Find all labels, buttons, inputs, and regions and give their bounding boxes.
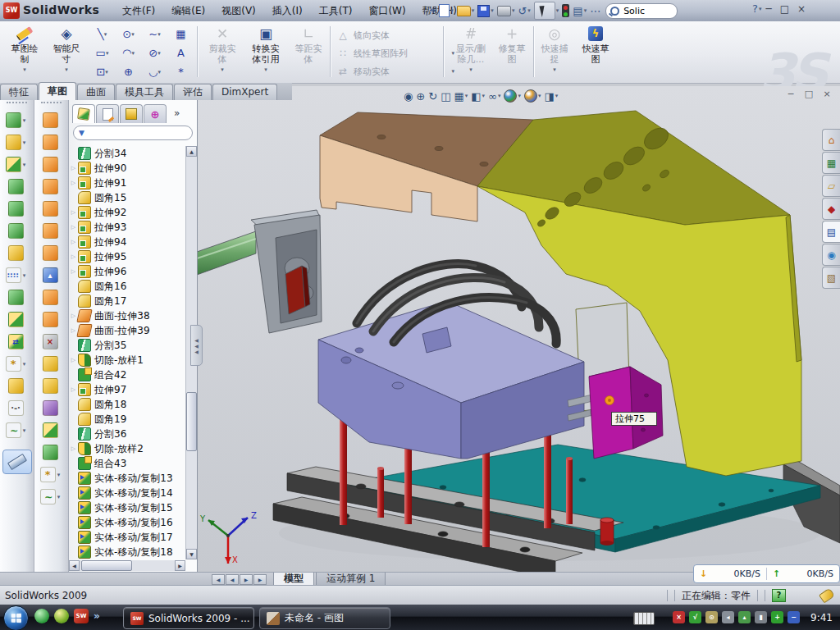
planar-surface-button[interactable]	[34, 242, 66, 264]
edit-appearance-icon[interactable]: ◨▾	[544, 90, 558, 103]
red-cylinder[interactable]	[600, 518, 614, 546]
knit-surface-button[interactable]	[34, 419, 66, 441]
pushpin-icon[interactable]: ⌖	[429, 2, 436, 20]
tree-item[interactable]: ▷拉伸92	[69, 205, 185, 220]
offset-entities-button[interactable]: ∟等距实体	[290, 24, 326, 80]
swept-boss-button[interactable]	[0, 176, 31, 198]
tree-item[interactable]: ▷曲面-拉伸39	[69, 323, 185, 338]
circle-icon[interactable]: ⊙▾	[116, 25, 140, 43]
move-entities-button[interactable]: ⇄移动实体▾	[336, 63, 459, 80]
thicken-button[interactable]	[34, 441, 66, 463]
file-explorer-tab[interactable]: ▤	[822, 221, 840, 243]
traffic-light-icon[interactable]	[561, 2, 570, 20]
smart-dimension-button[interactable]: ◈智能尺寸▾	[48, 24, 85, 80]
zoom-area-icon[interactable]: ⊕	[416, 90, 425, 103]
offset-surface-button[interactable]	[34, 286, 66, 308]
sketch-button[interactable]: 草图绘制▾	[5, 24, 44, 80]
menu-item-1[interactable]: 编辑(E)	[164, 2, 212, 21]
revolved-surface-button[interactable]	[34, 131, 66, 153]
tree-item[interactable]: ▷拉伸93	[69, 220, 185, 235]
boundary-boss-button[interactable]	[0, 220, 31, 242]
model-3d[interactable]: Y Z X	[197, 86, 840, 572]
tab-DimXpert[interactable]: DimXpert	[212, 84, 277, 100]
menu-item-5[interactable]: 窗口(W)	[361, 2, 413, 21]
boundary-surface-button[interactable]	[34, 176, 66, 198]
fillet-button[interactable]: ▾	[0, 153, 31, 176]
custom-properties-tab[interactable]: ▧	[822, 267, 840, 289]
help-button[interactable]: ?	[752, 2, 758, 15]
rotate-view-icon[interactable]: ↻	[428, 90, 437, 103]
launch-messenger-icon[interactable]	[34, 609, 49, 623]
plane-button[interactable]	[0, 375, 31, 397]
polygon-icon[interactable]: ⊕	[116, 63, 140, 80]
tab-特征[interactable]: 特征	[0, 84, 38, 100]
tree-item[interactable]: ▷切除-放样1	[69, 353, 185, 368]
section-view-icon[interactable]: ◫	[441, 90, 450, 103]
tree-item[interactable]: 圆角15	[69, 190, 185, 205]
network-tray-icon[interactable]: ▮	[755, 611, 767, 623]
design-checker-icon[interactable]: ▤▾	[572, 2, 587, 20]
rectangle-icon[interactable]: ▭▾	[90, 44, 114, 62]
quick-tips-button[interactable]: ?	[772, 589, 786, 602]
tree-item[interactable]: ▷拉伸96	[69, 264, 185, 279]
reference-geometry-button[interactable]: *▾	[34, 463, 66, 486]
sketch-feature-button[interactable]	[0, 242, 31, 264]
shield-tray-icon[interactable]: √	[689, 611, 701, 623]
display-delete-relations-button-dropdown-icon[interactable]: ▾	[469, 66, 472, 73]
antivirus-tray-icon[interactable]: ×	[673, 611, 685, 623]
doc-close-button[interactable]: ×	[820, 89, 833, 99]
search-box[interactable]	[605, 3, 678, 19]
sheet-nav-1[interactable]: ◀	[226, 574, 239, 585]
tree-item[interactable]: 实体-移动/复制18	[69, 545, 185, 559]
move-copy-body-button[interactable]: ⇄	[0, 331, 31, 353]
tree-item[interactable]: 圆角18	[69, 397, 185, 412]
tree-item[interactable]: ▷拉伸90	[69, 161, 185, 176]
tree-item[interactable]: ▷曲面-拉伸38	[69, 308, 185, 323]
tree-item[interactable]: 分割36	[69, 427, 185, 441]
menu-item-0[interactable]: 文件(F)	[115, 2, 162, 21]
keyboard-layout-icon[interactable]	[633, 612, 655, 625]
axis-button[interactable]: ·-·	[0, 397, 31, 419]
sketch-text-icon[interactable]: A	[169, 44, 193, 62]
hide-show-items-icon[interactable]: ∞▾	[488, 90, 500, 103]
print-icon[interactable]: ▾	[496, 2, 516, 20]
select-icon[interactable]: ▾	[533, 2, 560, 20]
quick-launch-overflow[interactable]: »	[94, 610, 100, 622]
tree-item[interactable]: 圆角19	[69, 412, 185, 427]
property-manager-tab[interactable]	[96, 104, 119, 123]
tab-草图[interactable]: 草图	[39, 82, 76, 100]
tab-模具工具[interactable]: 模具工具	[116, 84, 173, 100]
tree-item[interactable]: 分割35	[69, 338, 185, 353]
updater-tray-icon[interactable]: ▴	[738, 611, 751, 623]
horizontal-scroll-thumb[interactable]	[81, 560, 132, 571]
save-icon[interactable]: ▾	[477, 2, 495, 20]
internet-tab[interactable]: ◉	[822, 244, 840, 266]
zoom-fit-icon[interactable]: ◉	[404, 90, 413, 103]
doc-minimize-button[interactable]: ─	[784, 89, 797, 99]
sheet-nav-0[interactable]: ◀	[212, 574, 225, 585]
tree-item[interactable]: 实体-移动/复制13	[69, 471, 185, 486]
dome-button[interactable]: ▴	[34, 264, 66, 286]
tree-item[interactable]: 实体-移动/复制15	[69, 500, 185, 515]
linear-pattern-button[interactable]: ∷∷▾	[0, 264, 31, 286]
arc-icon[interactable]: ◠▾	[116, 44, 140, 62]
line-icon[interactable]: ╲▾	[90, 25, 114, 43]
tab-曲面[interactable]: 曲面	[77, 84, 115, 100]
spline-icon[interactable]: ~▾	[143, 25, 167, 43]
scroll-left-button[interactable]: ◀	[69, 560, 80, 571]
tags-icon[interactable]	[819, 587, 835, 603]
selection-box-icon[interactable]: ▦	[169, 25, 193, 43]
trim-entities-button[interactable]: ✕剪裁实体▾	[203, 24, 241, 80]
manager-tabs-overflow[interactable]: »	[174, 107, 180, 119]
sketch-button-dropdown-icon[interactable]: ▾	[23, 66, 26, 73]
tree-item[interactable]: 组合42	[69, 368, 185, 382]
dimxpert-manager-tab[interactable]: ⊕	[144, 104, 167, 123]
scroll-up-button[interactable]: ▲	[186, 146, 197, 157]
launch-media-icon[interactable]	[54, 609, 69, 623]
tree-item[interactable]: 圆角17	[69, 294, 185, 308]
curve-button[interactable]: ~▾	[34, 486, 66, 508]
rapid-sketch-button[interactable]: ϟ快速草图	[576, 24, 615, 80]
start-button[interactable]	[3, 605, 29, 630]
extruded-cut-button[interactable]: ▾	[0, 131, 31, 153]
trim-entities-button-dropdown-icon[interactable]: ▾	[221, 66, 224, 73]
